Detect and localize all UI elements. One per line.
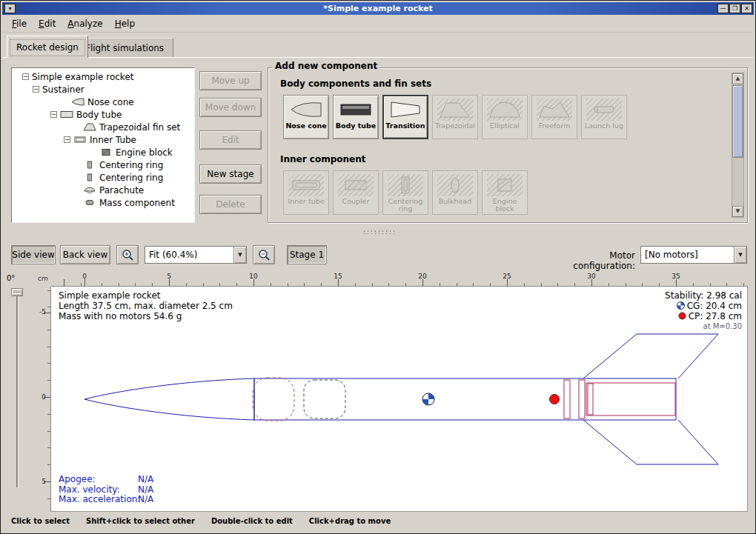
add-engine-block-button[interactable]: Engine block [482,170,528,215]
chevron-down-icon[interactable]: ▼ [734,247,746,263]
split-pane-handle[interactable] [362,230,395,234]
tree-item-centering-ring[interactable]: Centering ring [12,171,194,184]
rocket-length: Length 37.5 cm, max. diameter 2.5 cm [59,301,233,311]
system-menu-icon[interactable]: ▾ [4,4,16,13]
nose-cone-icon [71,98,84,106]
move-up-button[interactable]: Move up [199,71,262,90]
motor-configuration-select[interactable]: [No motors] ▼ [640,246,747,264]
stability-value: Stability: 2.98 cal [665,290,742,301]
motor-configuration-value: [No motors] [641,250,734,260]
side-view-button[interactable]: Side view [11,245,56,264]
ruler-tick-label: 25 [501,273,513,280]
tree-item-mass-component[interactable]: Mass component [12,196,194,209]
cp-value: CP: 27.8 cm [689,311,742,321]
add-bulkhead-button[interactable]: Bulkhead [432,170,478,215]
launch-lug-icon [586,99,622,121]
cp-marker [550,395,560,404]
add-launch-lug-button[interactable]: Launch lug [581,95,627,139]
stability-legend: Stability: 2.98 cal CG: 20.4 cm CP: 27.8… [665,290,742,332]
inner-tube-icon [73,136,87,144]
back-view-label: Back view [63,250,108,260]
rocket-view-canvas[interactable]: Simple example rocket Length 37.5 cm, ma… [51,287,748,512]
new-stage-button[interactable]: New stage [199,164,262,184]
zoom-select[interactable]: Fit (60.4%) ▼ [145,246,247,264]
tree-item-parachute[interactable]: Parachute [12,184,194,196]
edit-button[interactable]: Edit [199,130,262,150]
add-freeform-button[interactable]: Freeform [531,95,577,139]
zoom-out-icon [257,248,271,261]
ruler-tick-label: 15 [332,273,344,280]
palette-scrollbar[interactable]: ▲ ▼ [732,73,744,218]
tree-item-nose-cone[interactable]: Nose cone [12,96,194,108]
collapse-icon[interactable]: − [64,136,70,143]
tree-item-rocket[interactable]: − Simple example rocket [12,70,194,83]
tree-item-inner-tube[interactable]: − Inner Tube [12,133,194,146]
add-inner-tube-button[interactable]: Inner tube [283,170,329,215]
delete-button[interactable]: Delete [199,195,262,214]
back-view-button[interactable]: Back view [60,245,110,264]
move-down-button[interactable]: Move down [199,98,262,117]
apogee-label: Apogee: [59,474,96,484]
max-acceleration-value: N/A [138,495,153,505]
rocket-mass: Mass with no motors 54.6 g [59,311,233,321]
add-coupler-button[interactable]: Coupler [333,170,379,215]
nose-cone-icon [288,99,324,121]
menu-bar: File Edit Analyze Help [3,16,753,33]
rotation-slider-track[interactable] [16,291,19,488]
mass-component-icon [83,198,96,207]
ruler-tick-label: 30 [586,273,597,280]
zoom-in-button[interactable] [116,245,139,264]
ruler-unit-label: cm [38,275,48,282]
stage-1-toggle[interactable]: Stage 1 [287,245,327,264]
trapezoidal-fin-icon [437,99,473,121]
stage-1-label: Stage 1 [290,250,324,260]
menu-edit[interactable]: Edit [33,16,62,31]
tab-flight-simulations[interactable]: Flight simulations [76,38,173,58]
freeform-fin-icon [537,99,572,121]
flight-info: Apogee:N/A Max. velocity:N/A Max. accele… [59,475,199,505]
rotation-value: 0° [7,274,15,282]
menu-help[interactable]: Help [109,16,141,31]
mach-value: at M=0.30 [665,321,742,332]
collapse-icon[interactable]: − [50,111,57,118]
edit-label: Edit [222,135,239,145]
ruler-tick-label: 0 [42,393,46,401]
add-elliptical-button[interactable]: Elliptical [482,95,528,139]
fin-set-icon [83,123,96,131]
inner-tube-icon [288,174,324,196]
tree-item-engine-block[interactable]: Engine block [12,146,194,158]
engine-block-icon [487,174,523,196]
title-bar[interactable]: ▾ *Simple example rocket — ❐ ✕ [2,2,754,15]
add-transition-button[interactable]: Transition [382,95,428,139]
scroll-up-icon[interactable]: ▲ [732,73,743,84]
chevron-down-icon[interactable]: ▼ [233,247,246,263]
tab-rocket-design[interactable]: Rocket design [7,36,88,58]
tree-item-body-tube[interactable]: − Body tube [12,108,194,121]
tree-item-centering-ring[interactable]: Centering ring [12,158,194,171]
body-tube-icon [338,99,374,121]
add-nose-cone-button[interactable]: Nose cone [283,95,329,139]
side-view-label: Side view [12,250,54,260]
add-body-tube-button[interactable]: Body tube [333,95,379,139]
collapse-icon[interactable]: − [33,86,39,93]
menu-file[interactable]: File [6,16,33,31]
body-tube-icon [60,110,73,119]
maximize-button[interactable]: ❐ [729,4,740,13]
close-button[interactable]: ✕ [741,4,752,13]
zoom-in-icon [121,248,134,261]
component-tree[interactable]: − Simple example rocket − Sustainer Nose… [11,67,195,223]
add-trapezoidal-button[interactable]: Trapezoidal [432,95,478,139]
zoom-out-button[interactable] [253,245,275,264]
tree-item-trapezoidal-fin-set[interactable]: Trapezoidal fin set [12,121,194,133]
ruler-major-ticks [51,279,748,286]
minimize-button[interactable]: — [717,4,729,13]
scroll-down-icon[interactable]: ▼ [732,206,743,217]
add-centering-ring-button[interactable]: Centering ring [382,170,428,215]
rotation-slider-handle[interactable] [11,288,23,296]
tree-item-sustainer[interactable]: − Sustainer [12,83,194,96]
ruler-tick-label: 5 [42,478,46,485]
collapse-icon[interactable]: − [22,73,29,80]
cp-icon [678,312,686,320]
scrollbar-thumb[interactable] [732,85,743,158]
menu-analyze[interactable]: Analyze [62,16,108,31]
